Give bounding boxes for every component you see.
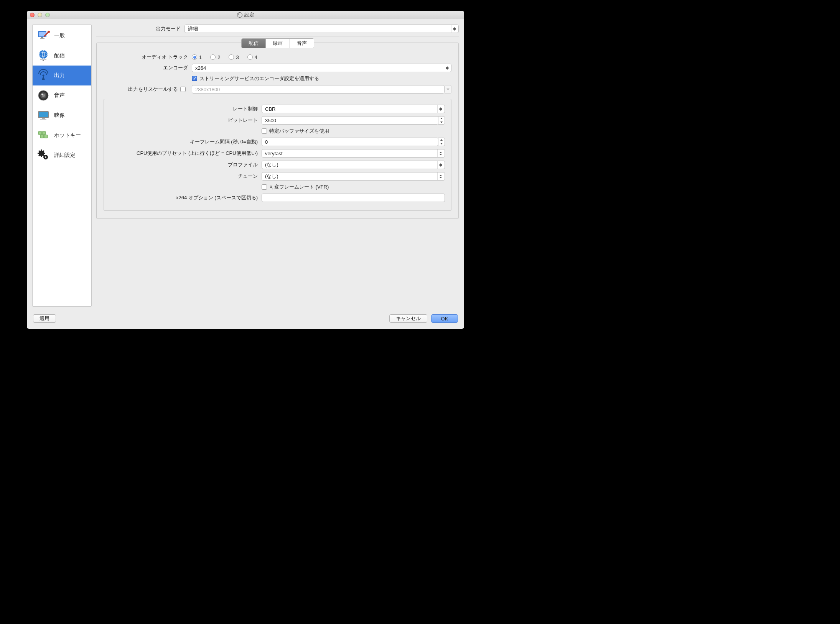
sidebar-item-label: 音声 [54, 92, 65, 99]
checkbox-icon [262, 128, 267, 134]
svg-rect-18 [40, 119, 46, 120]
profile-select[interactable]: (なし) [262, 161, 445, 169]
svg-rect-22 [44, 135, 48, 138]
select-arrows-icon [437, 149, 443, 157]
keyint-stepper[interactable] [438, 138, 445, 146]
sidebar-item-output[interactable]: 出力 [33, 66, 91, 85]
stream-settings-panel: 配信 録画 音声 オーディオ トラック 1 2 3 4 [96, 43, 459, 219]
svg-point-14 [41, 94, 43, 95]
rate-control-select[interactable]: CBR [262, 105, 445, 113]
display-icon [36, 108, 50, 122]
settings-window: 設定 一般 配信 出力 [27, 11, 464, 329]
dialog-footer: 適用 キャンセル OK [27, 310, 464, 329]
sidebar-item-label: 詳細設定 [54, 152, 76, 159]
audio-track-3[interactable]: 3 [229, 54, 239, 60]
svg-point-5 [39, 50, 48, 59]
vfr-checkbox[interactable]: 可変フレームレート (VFR) [262, 184, 329, 190]
sidebar-item-hotkeys[interactable]: ホットキー [33, 125, 91, 145]
svg-rect-20 [42, 131, 46, 135]
sidebar-item-label: ホットキー [54, 132, 81, 139]
sidebar-item-label: 映像 [54, 112, 65, 119]
rescale-checkbox[interactable] [180, 87, 186, 92]
tab-streaming[interactable]: 配信 [242, 39, 266, 48]
svg-rect-8 [43, 60, 44, 61]
encoder-value: x264 [195, 65, 206, 71]
ok-button[interactable]: OK [431, 314, 458, 323]
audio-track-2[interactable]: 2 [210, 54, 220, 60]
cpu-preset-label: CPU使用のプリセット (上に行くほど = CPU使用低い) [110, 150, 262, 157]
tab-audio[interactable]: 音声 [290, 39, 314, 48]
select-arrows-icon [444, 64, 450, 72]
bitrate-label: ビットレート [110, 117, 262, 124]
sidebar-item-label: 一般 [54, 32, 65, 39]
tab-recording[interactable]: 録画 [266, 39, 290, 48]
output-mode-select[interactable]: 詳細 [184, 25, 459, 33]
sidebar-item-video[interactable]: 映像 [33, 105, 91, 125]
radio-icon [192, 54, 197, 60]
sidebar-item-label: 配信 [54, 52, 65, 59]
select-arrows-icon [451, 25, 457, 33]
cpu-preset-select[interactable]: veryfast [262, 149, 445, 158]
tune-label: チューン [110, 173, 262, 180]
sidebar-item-label: 出力 [54, 72, 65, 79]
rescale-value: 2880x1800 [195, 87, 220, 92]
globe-icon [36, 49, 50, 62]
bitrate-input[interactable]: 3500 [262, 116, 438, 125]
sidebar-item-stream[interactable]: 配信 [33, 46, 91, 66]
radio-icon [229, 54, 234, 60]
keyint-label: キーフレーム間隔 (秒, 0=自動) [110, 138, 262, 145]
svg-point-26 [45, 156, 46, 158]
window-body: 一般 配信 出力 音声 [27, 19, 464, 310]
keyboard-icon [36, 128, 50, 142]
svg-rect-16 [39, 112, 48, 117]
select-arrows-icon [437, 172, 443, 180]
checkbox-icon [192, 76, 197, 81]
output-mode-section: 出力モード 詳細 [96, 25, 459, 36]
encoder-label: エンコーダ [104, 64, 192, 71]
select-arrows-icon [437, 105, 443, 113]
sidebar-item-audio[interactable]: 音声 [33, 85, 91, 105]
svg-point-4 [48, 31, 50, 33]
window-title-text: 設定 [244, 11, 254, 18]
titlebar: 設定 [27, 11, 464, 19]
sidebar-item-advanced[interactable]: 詳細設定 [33, 145, 91, 165]
antenna-icon [36, 69, 50, 82]
checkbox-icon [262, 184, 267, 190]
apply-button[interactable]: 適用 [33, 314, 56, 323]
audio-track-1[interactable]: 1 [192, 54, 202, 60]
keyint-input[interactable]: 0 [262, 138, 438, 146]
radio-icon [247, 54, 253, 60]
monitor-wrench-icon [36, 29, 50, 43]
rescale-dropdown-button[interactable] [445, 85, 451, 94]
profile-label: プロファイル [110, 161, 262, 168]
bitrate-stepper[interactable] [438, 116, 445, 125]
radio-icon [210, 54, 216, 60]
svg-rect-3 [40, 38, 44, 39]
svg-rect-21 [40, 135, 44, 138]
custom-buffer-checkbox[interactable]: 特定バッファサイズを使用 [262, 128, 329, 135]
encoder-select[interactable]: x264 [192, 64, 451, 72]
output-mode-value: 詳細 [188, 25, 198, 32]
select-arrows-icon [437, 161, 443, 169]
enforce-encoder-checkbox[interactable]: ストリーミングサービスのエンコーダ設定を適用する [192, 75, 319, 82]
svg-rect-7 [40, 59, 46, 60]
tune-select[interactable]: (なし) [262, 172, 445, 181]
svg-rect-19 [38, 131, 42, 135]
audio-track-radios: 1 2 3 4 [192, 54, 257, 60]
app-icon [237, 12, 242, 18]
svg-rect-2 [41, 37, 43, 38]
rate-control-label: レート制御 [110, 105, 262, 112]
encoder-settings-panel: レート制御 CBR ビットレート 3500 [104, 99, 451, 211]
cancel-button[interactable]: キャンセル [389, 314, 427, 323]
rescale-label: 出力をリスケールする [128, 86, 178, 93]
x264opts-input[interactable] [262, 194, 445, 202]
enforce-label: ストリーミングサービスのエンコーダ設定を適用する [199, 75, 319, 82]
main-panel: 出力モード 詳細 配信 録画 音声 オーディオ トラック [92, 25, 459, 307]
svg-rect-17 [42, 118, 45, 119]
sidebar-item-general[interactable]: 一般 [33, 26, 91, 46]
audio-track-4[interactable]: 4 [247, 54, 257, 60]
speaker-icon [36, 89, 50, 102]
stream-group: オーディオ トラック 1 2 3 4 エンコーダ x264 [104, 54, 451, 94]
rescale-combo[interactable]: 2880x1800 [192, 85, 445, 94]
settings-sidebar: 一般 配信 出力 音声 [32, 25, 92, 307]
